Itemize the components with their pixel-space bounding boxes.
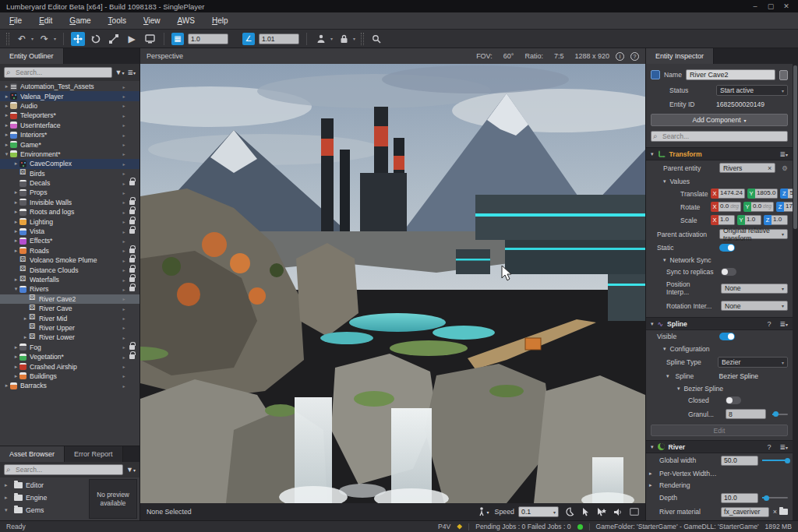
expand-arrow-icon[interactable]: ▸ bbox=[22, 315, 29, 322]
expand-arrow-icon[interactable]: ▸ bbox=[12, 344, 19, 351]
lock-icon[interactable] bbox=[129, 200, 135, 205]
outliner-row[interactable]: ▸ River Lower ▸ bbox=[0, 333, 139, 342]
row-marker-icon[interactable]: ▸ bbox=[118, 142, 129, 147]
row-marker-icon[interactable]: ▸ bbox=[118, 354, 129, 360]
folder-expand-icon[interactable]: ▾ bbox=[5, 507, 11, 513]
row-marker-icon[interactable]: ▸ bbox=[118, 93, 129, 99]
river-menu-icon[interactable]: ≣▾ bbox=[779, 443, 788, 451]
row-marker-icon[interactable]: ▸ bbox=[118, 344, 129, 350]
row-marker-icon[interactable]: ▸ bbox=[118, 132, 129, 138]
property-collapse-icon[interactable]: ▸ bbox=[649, 470, 655, 477]
rotate-tool-button[interactable] bbox=[89, 32, 103, 46]
row-marker-icon[interactable]: ▸ bbox=[118, 229, 129, 234]
move-tool-button[interactable] bbox=[71, 32, 85, 46]
outliner-row[interactable]: ▸ Barracks ▸ bbox=[0, 381, 139, 390]
lock-icon[interactable] bbox=[129, 220, 135, 224]
add-component-button[interactable]: Add Component▾ bbox=[651, 114, 788, 126]
expand-arrow-icon[interactable]: ▸ bbox=[3, 93, 10, 100]
row-marker-icon[interactable]: ▸ bbox=[118, 199, 129, 205]
expand-arrow-icon[interactable]: ▸ bbox=[12, 373, 19, 379]
viewport-mode-label[interactable]: Perspective bbox=[147, 52, 183, 60]
row-marker-icon[interactable]: ▸ bbox=[118, 113, 129, 118]
lock-icon[interactable] bbox=[129, 248, 135, 253]
river-property-row[interactable]: ▸ Rendering bbox=[646, 479, 793, 491]
translate-x-field[interactable]: X1474.24 bbox=[711, 188, 745, 199]
scale-y-field[interactable]: Y1.0 bbox=[737, 215, 761, 225]
menu-view[interactable]: View bbox=[143, 16, 161, 25]
angle-snap-icon[interactable]: ∠ bbox=[242, 33, 255, 45]
lock-icon[interactable] bbox=[129, 287, 135, 291]
viewport-info-icon[interactable]: i bbox=[616, 52, 624, 61]
row-marker-icon[interactable]: ▸ bbox=[118, 267, 129, 273]
expand-arrow-icon[interactable]: ▸ bbox=[12, 364, 19, 370]
outliner-row[interactable]: ▸ Lighting ▸ bbox=[0, 217, 139, 226]
granularity-slider[interactable] bbox=[772, 414, 788, 415]
ratio-value[interactable]: 7:5 bbox=[554, 52, 564, 60]
outliner-row[interactable]: ▸ Game* ▸ bbox=[0, 139, 139, 149]
menu-game[interactable]: Game bbox=[69, 16, 90, 25]
expand-arrow-icon[interactable]: ▸ bbox=[3, 382, 10, 389]
resolution-value[interactable]: 1288 x 920 bbox=[574, 52, 609, 60]
river-section-header[interactable]: ▾ River ? ≣▾ bbox=[646, 440, 793, 453]
slice-icon[interactable] bbox=[779, 70, 788, 80]
outliner-row[interactable]: ▸ River Mid ▸ bbox=[0, 313, 139, 322]
spline-menu-icon[interactable]: ≣▾ bbox=[779, 320, 788, 328]
tab-entity-outliner[interactable]: Entity Outliner bbox=[0, 48, 64, 64]
outliner-row[interactable]: Birds ▸ bbox=[0, 169, 139, 178]
play-button[interactable]: ▶ bbox=[125, 32, 139, 46]
lock-icon[interactable] bbox=[129, 268, 135, 273]
camera-person-button[interactable] bbox=[314, 32, 328, 46]
lock-icon[interactable] bbox=[129, 229, 135, 234]
visible-toggle[interactable] bbox=[719, 333, 735, 340]
configuration-collapse-icon[interactable]: ▾ bbox=[663, 346, 666, 352]
row-marker-icon[interactable]: ▸ bbox=[118, 287, 129, 292]
expand-arrow-icon[interactable]: ▸ bbox=[3, 122, 10, 129]
menu-aws[interactable]: AWS bbox=[177, 16, 194, 25]
display-button[interactable] bbox=[143, 32, 157, 46]
expand-arrow-icon[interactable]: ▸ bbox=[3, 83, 10, 90]
outliner-row[interactable]: ▸ Automation_Test_Assets ▸ bbox=[0, 82, 139, 91]
expand-arrow-icon[interactable]: ▸ bbox=[3, 103, 10, 109]
outliner-row[interactable]: Distance Clouds ▸ bbox=[0, 265, 139, 274]
expand-arrow-icon[interactable]: ▾ bbox=[12, 286, 19, 292]
spline-collapse-icon[interactable]: ▾ bbox=[651, 321, 654, 327]
cursor-snap-icon[interactable] bbox=[597, 508, 607, 516]
property-collapse-icon[interactable]: ▸ bbox=[649, 482, 655, 488]
property-value[interactable]: 10.0 bbox=[721, 493, 758, 503]
outliner-row[interactable]: ▸ Teleporters* ▸ bbox=[0, 111, 139, 120]
edit-spline-button[interactable]: Edit bbox=[651, 425, 788, 436]
vr-icon[interactable] bbox=[566, 507, 575, 516]
lock-icon[interactable] bbox=[129, 210, 135, 214]
row-marker-icon[interactable]: ▸ bbox=[118, 335, 129, 340]
parent-entity-field[interactable]: Rivers× bbox=[719, 163, 775, 173]
asset-folder-row[interactable]: ▾ Gems bbox=[0, 504, 87, 516]
outliner-row[interactable]: River Cave ▸ bbox=[0, 304, 139, 313]
row-marker-icon[interactable]: ▸ bbox=[118, 84, 129, 90]
rotate-y-field[interactable]: Y0.0deg bbox=[743, 202, 774, 212]
folder-expand-icon[interactable]: ▸ bbox=[5, 495, 11, 501]
list-options-icon[interactable]: ≣▾ bbox=[127, 69, 136, 76]
p4v-label[interactable]: P4V bbox=[438, 523, 450, 530]
camera-speed-icon[interactable]: ▾ bbox=[478, 507, 489, 516]
outliner-row[interactable]: ▸ Vegetation* ▸ bbox=[0, 352, 139, 361]
outliner-row[interactable]: ▸ UserInterface ▸ bbox=[0, 121, 139, 130]
grid-snap-value[interactable]: 1.0 bbox=[188, 33, 228, 44]
property-value[interactable]: 50.0 bbox=[721, 456, 758, 466]
expand-arrow-icon[interactable]: ▸ bbox=[12, 160, 19, 167]
outliner-row[interactable]: ▸ Crashed Airship ▸ bbox=[0, 361, 139, 371]
expand-arrow-icon[interactable]: ▸ bbox=[12, 228, 19, 234]
position-interp-dropdown[interactable]: None▾ bbox=[721, 284, 788, 294]
outliner-row[interactable]: ▸ Buildings ▸ bbox=[0, 372, 139, 381]
outliner-row[interactable]: ▾ Rivers ▸ bbox=[0, 284, 139, 294]
granularity-value[interactable]: 8 bbox=[726, 409, 766, 419]
camera-dropdown-icon[interactable]: ▾ bbox=[330, 36, 333, 41]
fullscreen-icon[interactable] bbox=[630, 508, 639, 516]
row-marker-icon[interactable]: ▸ bbox=[118, 122, 129, 128]
row-marker-icon[interactable]: ▸ bbox=[118, 306, 129, 312]
outliner-row[interactable]: River Cave2 ▸ bbox=[0, 294, 139, 304]
row-marker-icon[interactable]: ▸ bbox=[118, 181, 129, 186]
row-marker-icon[interactable]: ▸ bbox=[118, 296, 129, 301]
outliner-row[interactable]: River Upper ▸ bbox=[0, 323, 139, 333]
outliner-row[interactable]: ▾ Environment* ▸ bbox=[0, 150, 139, 159]
expand-arrow-icon[interactable]: ▸ bbox=[3, 142, 10, 148]
